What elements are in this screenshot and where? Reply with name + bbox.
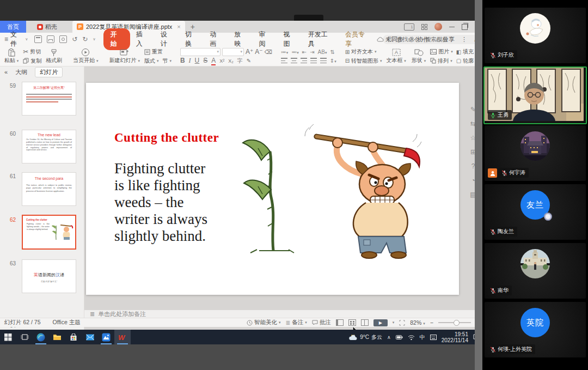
tab-slides[interactable]: 幻灯片 (35, 67, 63, 77)
taskbar-edge[interactable] (33, 330, 49, 344)
font-color-button[interactable]: A (211, 57, 216, 65)
align-left-button[interactable] (281, 58, 287, 63)
tab-outline[interactable]: 大纲 (15, 68, 27, 76)
taskbar-mail[interactable] (82, 330, 98, 344)
restore-button[interactable] (462, 24, 468, 30)
redo-icon[interactable]: ↻ (82, 35, 88, 43)
textbox-button[interactable]: A 文本框 ▾ (385, 47, 407, 66)
numbering-button[interactable]: ≕▾ (291, 49, 299, 55)
picture-button[interactable]: 图片▾ (430, 48, 453, 56)
participant-tile[interactable]: 何宇涛 (485, 125, 586, 181)
format-painter-button[interactable]: 格式刷 (45, 47, 63, 66)
zoom-slider-knob[interactable] (454, 320, 460, 326)
italic-button[interactable]: I (189, 57, 191, 65)
start-button[interactable] (0, 330, 16, 344)
zoom-out-button[interactable]: − (430, 319, 433, 326)
text-direction-button[interactable]: AB▾ (318, 49, 327, 55)
participant-tile[interactable]: 南华 (485, 243, 586, 299)
cut-button[interactable]: ✂剪切 (23, 48, 41, 56)
account-avatar[interactable] (434, 23, 442, 31)
slideshow-play-button[interactable]: ▶ (373, 319, 388, 326)
underline-button[interactable]: U (195, 57, 200, 64)
sync-status[interactable]: 未同步 (377, 35, 403, 44)
taskbar-file-explorer[interactable] (49, 330, 65, 344)
customize-toolbar-icon[interactable]: ∨ (93, 37, 95, 41)
slide-cartoon-image[interactable] (240, 120, 441, 260)
bullets-button[interactable]: ≔▾ (281, 49, 289, 55)
smart-graphic-button[interactable]: ⊟转智能图形▾ (345, 57, 382, 65)
layout-button[interactable]: 版式▾ (144, 57, 159, 65)
arrange-button[interactable]: 排列▾ (430, 57, 453, 65)
bold-button[interactable]: B (180, 57, 185, 64)
network-icon[interactable] (408, 335, 415, 340)
clear-format-icon[interactable]: ⌫ (265, 49, 272, 55)
normal-view-button[interactable] (336, 319, 344, 326)
workspace-grid-icon[interactable] (421, 24, 427, 30)
collab-button[interactable]: 协作 (410, 35, 429, 44)
shapes-button[interactable]: 形状 ▾ (411, 47, 427, 66)
superscript-button[interactable]: X² (219, 58, 224, 64)
export-icon[interactable] (47, 35, 54, 43)
zoom-level[interactable]: 82% ▾ (410, 319, 425, 326)
slide-body-text[interactable]: Fighting clutter is like fighting weeds … (114, 160, 207, 245)
slide-title[interactable]: Cutting the clutter (114, 131, 219, 145)
battery-icon[interactable] (396, 335, 403, 340)
slide-thumbnail-62-selected[interactable]: Cutting the clutter Fighting clutter is … (22, 215, 76, 250)
reading-view-button[interactable] (361, 319, 369, 326)
participant-tile[interactable]: 友兰 陶友兰 (485, 184, 586, 240)
play-options-icon[interactable]: ▾ (393, 320, 395, 325)
fill-button[interactable]: ◧填充▾ (456, 48, 477, 56)
tab-docer[interactable]: 稻壳 (32, 21, 63, 33)
notes-bar[interactable]: ≣ 单击此处添加备注 (84, 310, 482, 318)
new-slide-button[interactable]: 新建幻灯片 ▾ (108, 47, 141, 66)
align-right-button[interactable] (301, 58, 307, 63)
ime-indicator[interactable]: 中 (420, 333, 425, 341)
slide-thumbnail-63[interactable]: 英语新闻的汉译 尽量译得“像中文” (22, 259, 76, 293)
fit-slide-icon[interactable] (399, 320, 405, 326)
taskbar-store[interactable] (65, 330, 82, 344)
taskbar-wps[interactable]: W (114, 330, 131, 344)
participant-tile-speaking[interactable]: 王勇 (483, 66, 587, 124)
notes-toggle[interactable]: ≣备注▾ (285, 319, 307, 326)
meeting-panel-resize-edge[interactable] (475, 0, 482, 370)
weather-widget[interactable]: 9°C 多云 (348, 333, 382, 341)
taskbar-meeting-app[interactable] (98, 330, 114, 344)
play-from-current-button[interactable]: 当页开始 ▾ (72, 47, 99, 66)
line-spacing-button[interactable]: ⇕▾ (330, 58, 336, 64)
task-view-button[interactable] (16, 330, 33, 344)
highlight-button[interactable]: ✎ (247, 58, 251, 64)
reset-button[interactable]: 重置 (144, 48, 171, 56)
distribute-button[interactable] (320, 58, 327, 63)
align-text-button[interactable]: ⊞对齐文本▾ (345, 48, 382, 56)
smart-beautify-button[interactable]: 智能美化▾ (247, 319, 281, 326)
touch-keyboard-icon[interactable] (430, 334, 437, 341)
undo-icon[interactable]: ↺ (72, 35, 77, 43)
section-button[interactable]: 节▾ (162, 57, 171, 65)
copy-button[interactable]: 复制 (23, 57, 41, 65)
comments-toggle[interactable]: 批注 (312, 319, 331, 326)
participant-tile[interactable]: 刘子欣 (485, 8, 586, 63)
slide-thumbnail-61[interactable]: The second para The notice, which is sub… (22, 172, 76, 206)
taskbar-clock[interactable]: 19:51 2022/11/14 (442, 331, 468, 343)
slide-canvas[interactable]: Cutting the clutter Fighting clutter is … (86, 83, 459, 295)
strike-button[interactable]: S (203, 57, 207, 64)
align-center-button[interactable] (291, 58, 297, 63)
increase-font-icon[interactable]: A⁺ (246, 48, 253, 56)
paste-button[interactable]: 粘贴 ▾ (3, 47, 20, 66)
split-window-icon[interactable]: 1 (404, 23, 414, 31)
more-menu-icon[interactable]: ⋮ (461, 36, 467, 43)
print-icon[interactable] (59, 35, 67, 43)
slide-thumbnail-60[interactable]: The new lead On October 10, the Ministry… (22, 130, 76, 163)
tray-expand-icon[interactable]: ∧ (387, 335, 391, 340)
font-name-select[interactable]: ▾ (180, 48, 220, 56)
outline-button[interactable]: ▢轮廓▾ (456, 57, 477, 65)
theme-name[interactable]: Office 主题 (53, 319, 81, 326)
indent-button[interactable]: ⇥ (310, 49, 314, 55)
justify-button[interactable] (310, 58, 317, 63)
participant-tile[interactable]: 英院 何瑛-上外英院 (485, 302, 586, 357)
minimize-button[interactable] (449, 27, 455, 27)
save-icon[interactable] (34, 35, 42, 43)
slide-thumbnail-59[interactable]: 第二段解释“证照分离” (22, 82, 76, 116)
share-button[interactable]: 分享 (436, 35, 455, 44)
zoom-slider[interactable] (438, 322, 471, 323)
